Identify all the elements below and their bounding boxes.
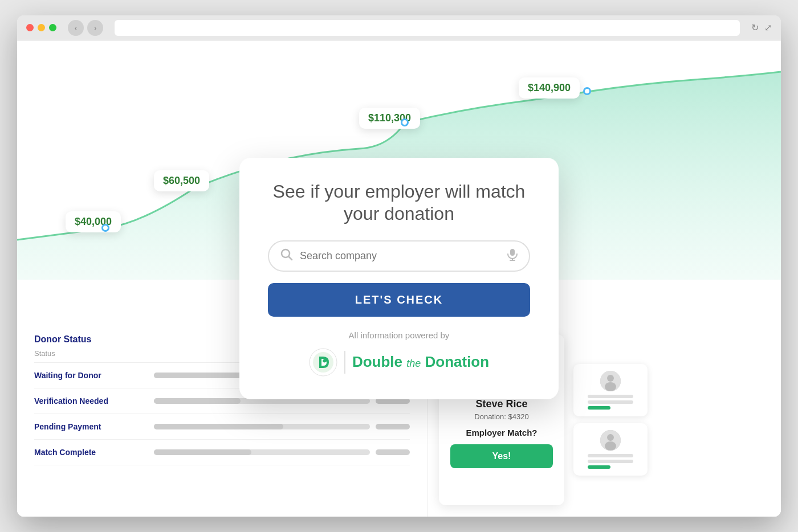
small-bar-1b bbox=[588, 400, 633, 404]
donor-donation: Donation: $4320 bbox=[450, 412, 553, 421]
small-bar-2b bbox=[588, 460, 633, 463]
small-avatar-2 bbox=[600, 430, 621, 451]
chart-tooltip-60k: $60,500 bbox=[154, 170, 209, 191]
powered-by-text: All information powered by bbox=[268, 330, 530, 340]
employer-match-modal: See if your employer will match your don… bbox=[239, 158, 559, 399]
search-icon bbox=[280, 248, 293, 264]
search-input[interactable] bbox=[300, 250, 500, 262]
svg-point-8 bbox=[605, 382, 616, 391]
nav-buttons: ‹ › bbox=[68, 20, 103, 36]
small-bar-accent-2 bbox=[588, 465, 610, 469]
small-card-1 bbox=[573, 364, 648, 416]
small-bars-2 bbox=[588, 454, 633, 469]
address-bar[interactable] bbox=[115, 20, 740, 36]
svg-line-13 bbox=[289, 256, 292, 260]
table-bar-fill-pending bbox=[154, 424, 283, 429]
donor-yes-button[interactable]: Yes! bbox=[450, 444, 553, 468]
small-bar-accent-1 bbox=[588, 406, 610, 410]
table-row: Pending Payment bbox=[34, 414, 410, 440]
chart-tooltip-40k: $40,000 bbox=[66, 211, 121, 232]
double-the-donation-logo: Double the Donation bbox=[268, 348, 530, 377]
browser-controls: ↻ ⤢ bbox=[751, 22, 772, 33]
mic-icon[interactable] bbox=[507, 248, 518, 264]
dtd-divider bbox=[344, 351, 345, 374]
browser-titlebar: ‹ › ↻ ⤢ bbox=[17, 15, 781, 40]
table-bar-complete bbox=[154, 449, 370, 455]
chart-tooltip-140k: $140,900 bbox=[519, 77, 580, 99]
svg-point-10 bbox=[607, 434, 614, 441]
traffic-lights bbox=[26, 24, 56, 31]
back-button[interactable]: ‹ bbox=[68, 20, 84, 36]
browser-content: $40,000 $60,500 $110,300 $140,900 Donor … bbox=[17, 40, 781, 517]
table-bar-pending bbox=[154, 424, 370, 429]
donor-match-question: Employer Match? bbox=[450, 428, 553, 437]
expand-icon[interactable]: ⤢ bbox=[764, 22, 772, 33]
chart-dot-40k bbox=[101, 224, 109, 232]
small-bar-2a bbox=[588, 454, 633, 457]
reload-icon[interactable]: ↻ bbox=[751, 22, 759, 33]
row-label-pending: Pending Payment bbox=[34, 422, 148, 431]
small-bar-1a bbox=[588, 395, 633, 398]
table-row: Match Complete bbox=[34, 440, 410, 465]
dtd-icon bbox=[309, 348, 337, 377]
svg-point-11 bbox=[605, 441, 616, 451]
browser-window: ‹ › ↻ ⤢ bbox=[17, 15, 781, 517]
person-icon-1 bbox=[600, 371, 621, 391]
row-label-complete: Match Complete bbox=[34, 448, 148, 457]
minimize-button[interactable] bbox=[38, 24, 45, 31]
table-bar-fill-complete bbox=[154, 449, 251, 455]
row-label-verification: Verification Needed bbox=[34, 396, 148, 406]
chart-tooltip-110k: $110,300 bbox=[359, 108, 420, 129]
table-bar-fill-verification bbox=[154, 398, 241, 404]
svg-point-7 bbox=[607, 375, 614, 382]
fullscreen-button[interactable] bbox=[49, 24, 56, 31]
small-bars-1 bbox=[588, 395, 633, 410]
table-val-complete bbox=[376, 449, 410, 455]
donor-name: Steve Rice bbox=[450, 398, 553, 410]
close-button[interactable] bbox=[26, 24, 34, 31]
row-label-waiting: Waiting for Donor bbox=[34, 371, 148, 380]
forward-button[interactable]: › bbox=[87, 20, 103, 36]
small-user-cards bbox=[573, 334, 648, 505]
small-avatar-1 bbox=[600, 371, 621, 391]
modal-title: See if your employer will match your don… bbox=[268, 181, 530, 224]
search-bar[interactable] bbox=[268, 240, 530, 272]
person-icon-2 bbox=[600, 430, 621, 451]
table-val-pending bbox=[376, 424, 410, 429]
lets-check-button[interactable]: LET'S CHECK bbox=[268, 283, 530, 317]
chart-dot-140k bbox=[583, 87, 591, 95]
small-card-2 bbox=[573, 423, 648, 476]
dtd-brand-text: Double the Donation bbox=[352, 353, 489, 371]
chart-dot-110k bbox=[401, 118, 409, 126]
